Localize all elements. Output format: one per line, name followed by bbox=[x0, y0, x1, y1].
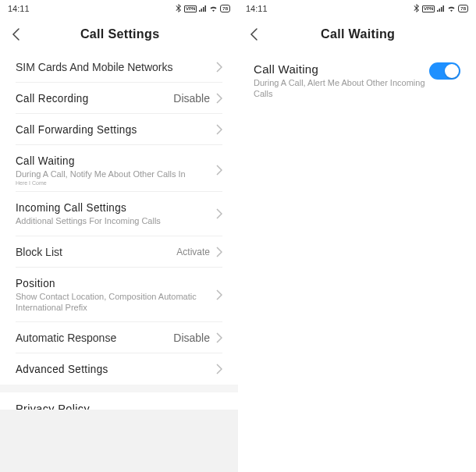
row-subtitle: During A Call, Alert Me About Other Inco… bbox=[254, 77, 429, 100]
chevron-right-icon bbox=[216, 208, 222, 219]
svg-rect-2 bbox=[203, 7, 204, 12]
chevron-right-icon bbox=[216, 165, 222, 176]
row-call-waiting[interactable]: Call Waiting During A Call, Notify Me Ab… bbox=[0, 145, 238, 192]
chevron-right-icon bbox=[216, 93, 222, 104]
chevron-right-icon bbox=[216, 332, 222, 343]
chevron-right-icon bbox=[216, 364, 222, 374]
back-button[interactable] bbox=[6, 25, 25, 44]
vpn-icon: VPN bbox=[184, 5, 197, 12]
wifi-icon bbox=[447, 5, 456, 13]
row-call-recording[interactable]: Call Recording Disable bbox=[0, 83, 238, 114]
row-tiny: Here I Come bbox=[16, 180, 216, 186]
row-advanced-settings[interactable]: Advanced Settings bbox=[0, 353, 238, 385]
status-bar: 14:11 VPN 78 bbox=[0, 0, 238, 17]
screen-call-waiting: 14:11 VPN 78 Call Waiting Call Waiting D… bbox=[238, 0, 476, 472]
svg-rect-3 bbox=[205, 5, 207, 12]
vpn-icon: VPN bbox=[422, 5, 435, 12]
row-subtitle: Additional Settings For Incoming Calls bbox=[16, 215, 216, 226]
screen-call-settings: 14:11 VPN 78 Call Settings SIM Cards And… bbox=[0, 0, 238, 472]
row-title: Block List bbox=[16, 246, 176, 258]
row-title: Automatic Response bbox=[16, 332, 173, 344]
row-automatic-response[interactable]: Automatic Response Disable bbox=[0, 322, 238, 353]
row-title: Advanced Settings bbox=[16, 363, 208, 375]
status-time: 14:11 bbox=[8, 4, 30, 13]
page-title: Call Settings bbox=[80, 27, 159, 42]
status-bar: 14:11 VPN 78 bbox=[238, 0, 476, 17]
row-call-forwarding[interactable]: Call Forwarding Settings bbox=[0, 114, 238, 145]
row-value: Activate bbox=[176, 247, 210, 257]
row-sim-cards[interactable]: SIM Cards And Mobile Networks bbox=[0, 51, 238, 83]
svg-rect-0 bbox=[199, 10, 201, 12]
svg-rect-4 bbox=[437, 10, 439, 12]
back-button[interactable] bbox=[244, 25, 263, 44]
settings-list: SIM Cards And Mobile Networks Call Recor… bbox=[0, 51, 238, 424]
chevron-right-icon bbox=[216, 62, 222, 73]
svg-rect-5 bbox=[439, 9, 441, 12]
signal-icon bbox=[199, 5, 207, 13]
row-value: Disable bbox=[173, 92, 210, 105]
status-icons: VPN 78 bbox=[414, 4, 468, 14]
chevron-right-icon bbox=[216, 247, 222, 257]
row-call-waiting-toggle: Call Waiting During A Call, Alert Me Abo… bbox=[238, 51, 476, 111]
row-subtitle: During A Call, Notify Me About Other Cal… bbox=[16, 169, 216, 179]
row-block-list[interactable]: Block List Activate bbox=[0, 236, 238, 268]
row-title: Call Recording bbox=[16, 92, 167, 105]
row-title: Call Waiting bbox=[254, 62, 429, 76]
status-icons: VPN 78 bbox=[176, 4, 230, 14]
bottom-spacer bbox=[0, 410, 238, 472]
row-incoming-call[interactable]: Incoming Call Settings Additional Settin… bbox=[0, 192, 238, 236]
row-position[interactable]: Position Show Contact Location, Composit… bbox=[0, 268, 238, 323]
battery-icon: 78 bbox=[220, 5, 230, 12]
svg-rect-1 bbox=[201, 9, 203, 12]
row-subtitle: Show Contact Location, Composition Autom… bbox=[16, 291, 216, 314]
row-title: Incoming Call Settings bbox=[16, 201, 208, 214]
wifi-icon bbox=[209, 5, 218, 13]
header: Call Waiting bbox=[238, 17, 476, 51]
bluetooth-icon bbox=[176, 4, 182, 14]
header: Call Settings bbox=[0, 17, 238, 51]
row-title: SIM Cards And Mobile Networks bbox=[16, 61, 216, 73]
row-value: Disable bbox=[173, 332, 210, 344]
signal-icon bbox=[437, 5, 445, 13]
chevron-right-icon bbox=[216, 289, 222, 300]
call-waiting-toggle[interactable] bbox=[429, 62, 460, 80]
battery-icon: 78 bbox=[458, 5, 468, 12]
svg-rect-7 bbox=[443, 5, 445, 12]
status-time: 14:11 bbox=[246, 4, 268, 13]
section-divider bbox=[0, 385, 238, 392]
bluetooth-icon bbox=[414, 4, 420, 14]
page-title: Call Waiting bbox=[320, 27, 394, 42]
chevron-right-icon bbox=[216, 124, 222, 135]
row-title: Position bbox=[16, 277, 208, 289]
row-title: Call Forwarding Settings bbox=[16, 123, 208, 136]
svg-rect-6 bbox=[441, 7, 442, 12]
row-title: Call Waiting bbox=[16, 154, 208, 167]
